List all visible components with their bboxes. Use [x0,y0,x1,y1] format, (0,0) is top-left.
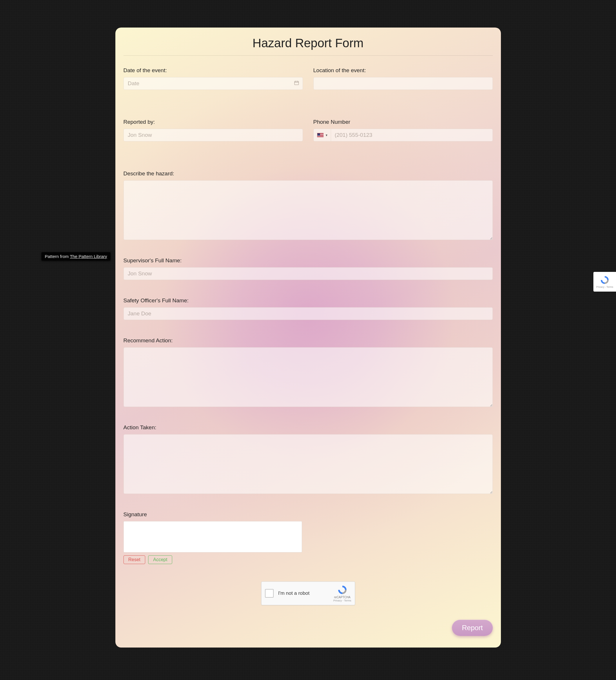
phone-field: ▼ [313,129,493,141]
safety-officer-input[interactable] [123,307,493,320]
reported-by-input[interactable] [123,129,303,141]
page-title: Hazard Report Form [123,34,493,56]
date-input[interactable] [123,77,303,90]
reported-by-label: Reported by: [123,119,303,125]
phone-label: Phone Number [313,119,493,125]
signature-accept-button[interactable]: Accept [148,555,172,564]
chevron-down-icon: ▼ [325,134,328,137]
supervisor-input[interactable] [123,267,493,280]
action-taken-textarea[interactable] [123,434,493,494]
flag-us-icon [317,133,324,137]
location-label: Location of the event: [313,67,493,74]
recaptcha-icon [599,275,611,285]
action-taken-label: Action Taken: [123,424,493,431]
signature-label: Signature [123,511,493,518]
pattern-attribution-badge: Pattern from The Pattern Library [41,252,111,261]
recaptcha-terms[interactable]: Privacy - Terms [333,599,351,602]
recaptcha-floating-badge[interactable]: Privacy - Terms [593,272,616,291]
report-submit-button[interactable]: Report [452,620,493,636]
hazard-label: Describe the hazard: [123,170,493,177]
recaptcha-widget: I'm not a robot reCAPTCHA Privacy - Term… [261,582,355,605]
supervisor-label: Supervisor's Full Name: [123,257,493,264]
safety-officer-label: Safety Officer's Full Name: [123,298,493,304]
recaptcha-float-terms: Privacy - Terms [596,285,613,288]
recaptcha-brand: reCAPTCHA Privacy - Terms [333,585,351,602]
recommend-label: Recommend Action: [123,337,493,344]
hazard-report-form: Hazard Report Form Date of the event: Lo… [115,28,501,648]
pattern-link[interactable]: The Pattern Library [70,254,107,259]
recommend-textarea[interactable] [123,347,493,407]
recaptcha-brand-text: reCAPTCHA [334,596,351,599]
date-label: Date of the event: [123,67,303,74]
recaptcha-checkbox[interactable] [265,589,274,598]
recaptcha-label: I'm not a robot [278,590,333,596]
location-input[interactable] [313,77,493,90]
signature-reset-button[interactable]: Reset [123,555,145,564]
recaptcha-icon [337,585,347,595]
pattern-prefix: Pattern from [45,254,70,259]
phone-country-dropdown[interactable]: ▼ [314,129,331,141]
signature-pad[interactable] [123,521,302,552]
phone-input[interactable] [331,129,492,141]
hazard-textarea[interactable] [123,180,493,240]
